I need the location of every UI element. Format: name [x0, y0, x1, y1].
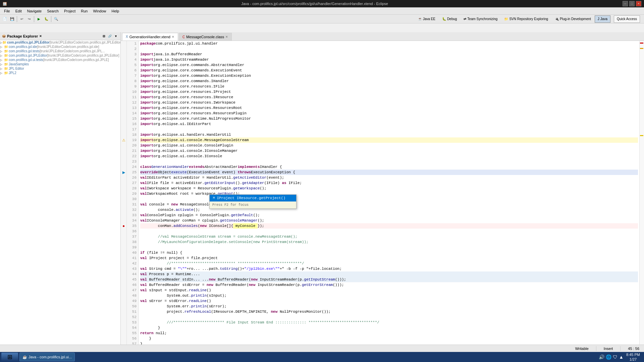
perspective-svn[interactable]: 📁 SVN Repository Exploring [501, 15, 551, 23]
code-line-14: import org.eclipse.core.resources.Resour… [140, 111, 638, 116]
perspective-debug[interactable]: 🐛 Debug [439, 15, 460, 23]
code-line-6: import org.eclipse.core.commands.Executi… [140, 68, 638, 73]
gutter-line-4 [121, 57, 126, 62]
code-line-1: package com.prolifics.jpl.ui.handler [140, 41, 638, 46]
ln-5: 5 [129, 62, 137, 68]
menu-item-help[interactable]: Help [109, 8, 122, 14]
gutter-line-29 [121, 191, 126, 196]
ruler-error-top [640, 42, 643, 44]
tray-speaker[interactable]: 🔊 [599, 354, 604, 360]
quick-access[interactable]: Quick Access [614, 15, 640, 23]
ln-43: 43 [129, 266, 137, 272]
ln-9: 9 [129, 84, 137, 89]
save-button[interactable]: 💾 [9, 16, 15, 22]
ln-28: 28 [129, 186, 137, 191]
code-line-24: class GenerationHandler extends Abstract… [140, 164, 638, 170]
ln-32: 32 [129, 207, 137, 213]
perspective-java-ee[interactable]: ☕ Java EE [415, 15, 438, 23]
start-button[interactable]: ⊞ [1, 353, 18, 361]
undo-button[interactable]: ↩ [18, 16, 25, 22]
package-explorer-menu[interactable]: ✕ [39, 35, 42, 38]
status-sep-2 [620, 346, 621, 351]
new-button[interactable]: 📄 [1, 16, 8, 22]
ln-8: 8 [129, 78, 137, 84]
tree-item-3[interactable]: ▷ 📁 com.prolifics.jpl.JPLEditor [trunk/J… [0, 53, 120, 58]
gutter-line-15 [121, 116, 126, 121]
ln-38: 38 [129, 239, 137, 245]
gutter-line-2 [121, 46, 126, 52]
debug-button[interactable]: 🐛 [43, 16, 50, 22]
package-explorer: 📦 Package Explorer ✕ ⊟ 🔗 ▼ ▷ 📁 com.proli… [0, 32, 121, 352]
ln-33: 33 [129, 213, 137, 218]
close-button[interactable]: ✕ [636, 1, 641, 6]
perspective-team-sync[interactable]: ⇄ Team Synchronizing [461, 15, 500, 23]
code-line-10: import org.eclipse.core.resources.IProje… [140, 89, 638, 95]
gutter-line-9 [121, 84, 126, 89]
ln-52: 52 [129, 314, 137, 320]
toolbar-separator [17, 16, 17, 22]
menu-item-file[interactable]: File [1, 8, 13, 14]
tray-network[interactable]: 🌐 [606, 354, 611, 360]
taskbar-time: 8:45 PM [626, 352, 640, 357]
tab-close-1[interactable]: ✕ [225, 35, 228, 39]
ln-48: 48 [129, 293, 137, 298]
ln-3: 3 [129, 52, 137, 57]
tree-item-javasamp[interactable]: ▷ 📁 JavaSamples [0, 62, 120, 66]
ln-42: 42 [129, 261, 137, 266]
menu-item-window[interactable]: Window [90, 8, 109, 14]
link-editor-button[interactable]: 🔗 [107, 34, 113, 38]
tree-item-2[interactable]: ▷ 📁 com.prolifics.jpl.tests [trunk/JPLEd… [0, 49, 120, 53]
menu-item-project[interactable]: Project [61, 8, 78, 14]
code-line-13: import org.eclipse.core.resources.Resour… [140, 105, 638, 111]
code-line-49: val sError = stdError.readLine() [140, 298, 638, 304]
menu-item-edit[interactable]: Edit [13, 8, 24, 14]
ln-24: 24 [129, 164, 137, 170]
ln-45: 45 [129, 277, 137, 282]
gutter-line-31 [121, 202, 126, 207]
code-editor[interactable]: package com.prolifics.jpl.ui.handler imp… [139, 41, 639, 352]
redo-button[interactable]: ↪ [26, 16, 33, 22]
code-line-25: override Object execute(ExecutionEvent e… [140, 170, 638, 175]
autocomplete-popup[interactable]: M IProject IResource.getProject() Press … [209, 194, 297, 209]
ln-37: 37 [129, 234, 137, 239]
maximize-button[interactable]: □ [629, 1, 635, 6]
autocomplete-item-0[interactable]: M IProject IResource.getProject() [210, 195, 296, 201]
code-line-40: if (file != null) { [140, 250, 638, 255]
tab-generation-handler[interactable]: X GenerationHandler.xtend ✕ [122, 33, 178, 41]
collapse-all-button[interactable]: ⊟ [102, 34, 106, 38]
tray-antivirus[interactable]: 🛡 [613, 354, 618, 360]
tree-item-0[interactable]: ▷ 📁 com.prolifics.jpl.JPLEditor [trunk/J… [0, 40, 120, 45]
tree-item-4[interactable]: ▷ 📁 com.prolifics.jpl.ui.tests [trunk/JP… [0, 58, 120, 62]
perspective-java[interactable]: J Java [595, 15, 610, 23]
code-line-23 [140, 159, 638, 164]
taskbar-button-0[interactable]: ☕ Java - com.prolifics.jpl.ui... [19, 353, 75, 361]
tray-up-arrow[interactable]: ▲ [619, 354, 624, 360]
code-line-7: import org.eclipse.core.commands.Executi… [140, 73, 638, 78]
code-line-34: val IConsoleManager conMan = cplugin.get… [140, 218, 638, 223]
code-line-47: val sInput = stdInput.readLine() [140, 288, 638, 293]
gutter-line-17 [121, 127, 126, 132]
explorer-menu-button[interactable]: ▼ [113, 34, 118, 38]
status-sep-1 [596, 346, 596, 351]
code-area[interactable]: ⚠ ▶ [121, 41, 644, 352]
tab-message-console[interactable]: C MessageConsole.class ✕ [179, 33, 232, 41]
run-button[interactable]: ▶ [36, 16, 42, 22]
toolbar: 📄 💾 ↩ ↪ ▶ 🐛 🔍 ☕ Java EE 🐛 Debug ⇄ Team S… [0, 15, 644, 23]
package-explorer-header: 📦 Package Explorer ✕ ⊟ 🔗 ▼ [0, 32, 120, 40]
perspective-plugin[interactable]: 🔌 Plug-in Development [552, 15, 594, 23]
tree-item-1[interactable]: ▷ 📁 com.prolifics.jpl.ide [trunk/JPLEdit… [0, 45, 120, 49]
tab-close-0[interactable]: ✕ [172, 35, 174, 39]
search-button[interactable]: 🔍 [53, 16, 59, 22]
code-line-46: val BufferedReader stdError = new Buffer… [140, 282, 638, 288]
menu-item-navigate[interactable]: Navigate [24, 8, 44, 14]
menu-item-run[interactable]: Run [78, 8, 90, 14]
code-line-8: import org.eclipse.core.commands.IHandle… [140, 78, 638, 84]
ln-40: 40 [129, 250, 137, 255]
ln-34: 34 [129, 218, 137, 223]
menu-item-search[interactable]: Search [44, 8, 61, 14]
tree-item-jpleditor[interactable]: ▷ 📁 JPL Editor [0, 66, 120, 71]
tree-item-jpl2[interactable]: ▷ 📁 JPL2 [0, 71, 120, 75]
gutter-line-33 [121, 213, 126, 218]
ln-25: 25 [129, 170, 137, 175]
minimize-button[interactable]: ─ [623, 1, 628, 6]
